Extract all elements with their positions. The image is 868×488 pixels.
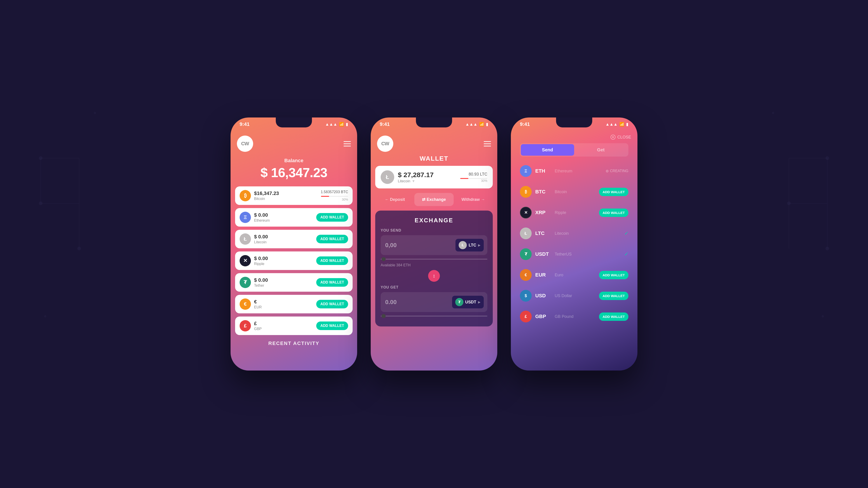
- close-label: CLOSE: [617, 135, 631, 140]
- ltc-card: Ł $ 27,287.17 Litecoin ▼ 80.93 LTC 30%: [375, 166, 493, 188]
- tether-name: Tether: [254, 284, 313, 288]
- exchange-section: EXCHANGE YOU SEND 0,00 Ł LTC ▶ Available…: [375, 210, 493, 326]
- wallet-item-eth[interactable]: Ξ $ 0.00 Ethereum ADD WALLET: [235, 208, 352, 227]
- wallet-item-gbp[interactable]: £ £ GBP ADD WALLET: [235, 317, 352, 335]
- crypto-item-xrp[interactable]: ✕ XRP Ripple ADD WALLET: [516, 203, 632, 223]
- svg-point-17: [822, 315, 824, 318]
- eur-icon: €: [240, 298, 251, 310]
- btc-add-wallet-button-3[interactable]: ADD WALLET: [599, 188, 628, 196]
- p2-battery-icon: ▮: [486, 122, 488, 127]
- btc-progress-fill: [321, 196, 329, 197]
- xrp-ticker: XRP: [535, 210, 551, 216]
- eth-add-wallet-button[interactable]: ADD WALLET: [316, 213, 348, 222]
- usdt-full-name: TetherUS: [555, 252, 621, 257]
- send-coin-selector[interactable]: Ł LTC ▶: [456, 239, 484, 252]
- gbp-full-name: GB Pound: [555, 314, 595, 319]
- deposit-tab[interactable]: ← Deposit: [375, 193, 414, 206]
- ltc-check-icon: ✓: [624, 230, 628, 236]
- phone2-notch: [416, 118, 452, 127]
- you-get-label: YOU GET: [381, 285, 487, 289]
- ltc-card-name: Litecoin ▼: [398, 179, 457, 183]
- tether-add-wallet-button[interactable]: ADD WALLET: [316, 278, 348, 287]
- xrp-amount: $ 0.00: [254, 256, 313, 261]
- xrp-icon: ✕: [240, 255, 251, 266]
- get-coin-icon: ₮: [455, 298, 463, 306]
- wallet-item-ltc[interactable]: Ł $ 0.00 Litecoin ADD WALLET: [235, 230, 352, 248]
- svg-point-7: [826, 156, 829, 160]
- gbp-info: £ GBP: [254, 321, 313, 331]
- svg-point-15: [772, 112, 774, 114]
- wallet-item-tether[interactable]: ₮ $ 0.00 Tether ADD WALLET: [235, 273, 352, 292]
- ltc-card-amount: $ 27,287.17: [398, 171, 457, 179]
- get-amount[interactable]: 0.00: [385, 299, 450, 306]
- phone2-app-header: CW: [371, 131, 497, 154]
- eth-full-name: Ethereum: [555, 169, 602, 173]
- btc-name: Bitcoin: [254, 197, 318, 201]
- phone3-time: 9:41: [520, 121, 530, 127]
- eur-add-wallet-button[interactable]: ADD WALLET: [316, 300, 348, 308]
- send-slider[interactable]: [381, 259, 487, 260]
- p2-signal-icon: ▲▲▲: [465, 122, 477, 127]
- crypto-item-usdt[interactable]: ₮ USDT TetherUS ✓: [516, 244, 632, 264]
- phone1-time: 9:41: [240, 121, 250, 127]
- send-amount[interactable]: 0,00: [385, 242, 453, 249]
- get-input-row: 0.00 ₮ USDT ▶: [381, 292, 487, 312]
- swap-button[interactable]: ↕: [428, 270, 440, 282]
- usd-list-icon: $: [520, 290, 532, 302]
- get-coin-selector[interactable]: ₮ USDT ▶: [452, 296, 484, 308]
- xrp-add-wallet-button-3[interactable]: ADD WALLET: [599, 208, 628, 217]
- send-coin-icon: Ł: [459, 241, 467, 249]
- crypto-item-eth[interactable]: Ξ ETH Ethereum ⚙ CREATING: [516, 161, 632, 181]
- phone2-time: 9:41: [380, 121, 390, 127]
- crypto-item-usd[interactable]: $ USD US Dollar ADD WALLET: [516, 286, 632, 306]
- ltc-ticker: LTC: [535, 230, 551, 236]
- btc-progress-text: 30%: [342, 198, 348, 201]
- btc-list-icon: ₿: [520, 186, 532, 198]
- eur-amount: €: [254, 299, 313, 305]
- eur-info: € EUR: [254, 299, 313, 309]
- crypto-item-btc[interactable]: ₿ BTC Bitcoin ADD WALLET: [516, 182, 632, 202]
- svg-point-2: [77, 247, 81, 250]
- phone-2: 9:41 ▲▲▲ 📶 ▮ CW WALLET Ł $ 27,287.17 Lit…: [371, 118, 497, 370]
- ltc-add-wallet-button[interactable]: ADD WALLET: [316, 235, 348, 243]
- btc-ticker: BTC: [535, 189, 551, 195]
- phone2-logo: CW: [377, 135, 393, 152]
- phone1-status-icons: ▲▲▲ 📶 ▮: [325, 122, 348, 127]
- phone-1: 9:41 ▲▲▲ 📶 ▮ CW Balance $ 16,347.23 ₿: [230, 118, 357, 370]
- wallet-item-btc[interactable]: ₿ $16,347.23 Bitcoin 1.58357203 BTC 30%: [235, 186, 352, 205]
- phone2-hamburger[interactable]: [484, 141, 491, 147]
- ltc-name: Litecoin: [254, 240, 313, 244]
- get-slider[interactable]: [381, 316, 487, 317]
- xrp-add-wallet-button[interactable]: ADD WALLET: [316, 256, 348, 265]
- gbp-add-wallet-button-3[interactable]: ADD WALLET: [599, 313, 628, 321]
- crypto-item-ltc[interactable]: Ł LTC Litecoin ✓: [516, 223, 632, 243]
- withdraw-tab[interactable]: Withdraw →: [454, 193, 493, 206]
- exchange-tabs: ← Deposit ⇄ Exchange Withdraw →: [375, 193, 493, 206]
- phone1-app-header: CW: [230, 131, 357, 154]
- svg-point-16: [44, 315, 46, 318]
- wallet-item-eur[interactable]: € € EUR ADD WALLET: [235, 295, 352, 313]
- wallet-item-xrp[interactable]: ✕ $ 0.00 Ripple ADD WALLET: [235, 252, 352, 270]
- get-tab[interactable]: Get: [574, 144, 627, 156]
- ltc-info: $ 0.00 Litecoin: [254, 234, 313, 244]
- gbp-amount: £: [254, 321, 313, 326]
- p3-wifi-icon: 📶: [619, 122, 624, 127]
- available-text: Available 384 ETH: [381, 263, 487, 267]
- crypto-item-eur[interactable]: € EUR Euro ADD WALLET: [516, 265, 632, 285]
- phone1-hamburger[interactable]: [344, 141, 351, 147]
- send-tab[interactable]: Send: [521, 144, 574, 156]
- close-button[interactable]: ✕ CLOSE: [611, 135, 631, 140]
- gbp-add-wallet-button[interactable]: ADD WALLET: [316, 322, 348, 330]
- usd-add-wallet-button-3[interactable]: ADD WALLET: [599, 292, 628, 300]
- phone3-header: ✕ CLOSE: [511, 131, 638, 143]
- crypto-item-gbp[interactable]: £ GBP GB Pound ADD WALLET: [516, 306, 632, 326]
- send-coin-arrow: ▶: [478, 243, 480, 247]
- exchange-tab[interactable]: ⇄ Exchange: [414, 193, 454, 206]
- gbp-list-icon: £: [520, 311, 532, 322]
- ltc-dropdown-arrow[interactable]: ▼: [412, 179, 415, 183]
- exchange-title: EXCHANGE: [381, 217, 487, 224]
- signal-icon: ▲▲▲: [325, 122, 337, 127]
- ltc-full-name: Litecoin: [555, 231, 621, 236]
- eur-add-wallet-button-3[interactable]: ADD WALLET: [599, 271, 628, 279]
- ltc-progress-text: 30%: [460, 179, 487, 183]
